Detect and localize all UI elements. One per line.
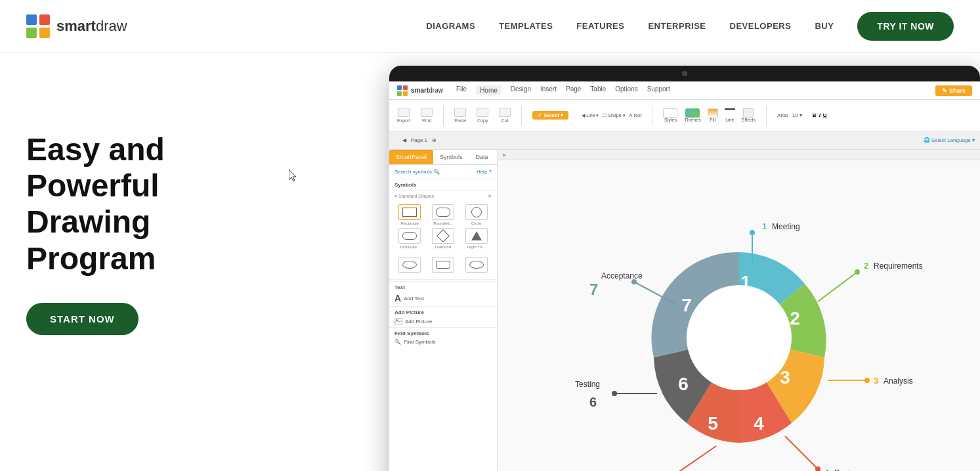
menu-support[interactable]: Support	[647, 85, 670, 95]
help-link[interactable]: Help ?	[477, 169, 492, 175]
search-symbols-link[interactable]: Search symbols 🔍	[394, 169, 440, 175]
svg-text:7: 7	[589, 280, 598, 298]
svg-text:7: 7	[681, 295, 692, 315]
svg-point-23	[855, 269, 860, 275]
panel-divider-1	[389, 279, 497, 280]
shape-grid-2	[394, 254, 492, 275]
panel-tab-data[interactable]: Data	[469, 150, 495, 164]
panel-tabs: SmartPanel Symbols Data ✕	[389, 150, 497, 165]
shape-extra-1[interactable]	[394, 257, 425, 273]
svg-line-34	[673, 446, 716, 471]
hero-title: Easy and Powerful Drawing Program	[26, 131, 276, 277]
panel-search: Search symbols 🔍 Help ?	[389, 165, 497, 179]
panel-tab-symbols[interactable]: Symbols	[433, 150, 469, 164]
start-now-button[interactable]: START NOW	[26, 303, 138, 335]
shape-extra-3[interactable]	[461, 257, 492, 273]
svg-text:4: 4	[824, 468, 830, 471]
puzzle-diagram: 1 2 3 4 5 6 7	[536, 154, 943, 471]
app-screenshot: smartdraw File Home Design Insert Page T…	[389, 66, 980, 471]
standard-shapes-label: ▾ Standard Shapes ✕	[394, 194, 492, 199]
nav-item-buy[interactable]: BUY	[815, 21, 834, 31]
svg-text:6: 6	[589, 395, 597, 409]
menu-table[interactable]: Table	[590, 85, 606, 95]
svg-text:6: 6	[678, 374, 689, 394]
svg-rect-3	[39, 28, 50, 38]
svg-rect-4	[397, 85, 402, 90]
app-menu-items: File Home Design Insert Page Table Optio…	[456, 85, 670, 95]
logo-text-smart: smart	[56, 18, 96, 34]
shape-grid: Rectangle Rounded...	[394, 202, 492, 252]
svg-point-10	[687, 285, 792, 390]
symbols-section-title: Symbols	[389, 179, 497, 191]
shape-rectangle[interactable]: Rectangle	[394, 204, 425, 225]
toolbar-paste: Paste	[454, 108, 466, 123]
svg-rect-2	[26, 28, 37, 38]
app-main: SmartPanel Symbols Data ✕ Search symbols…	[389, 150, 980, 471]
main-nav: DIAGRAMS TEMPLATES FEATURES ENTERPRISE D…	[426, 12, 954, 41]
svg-line-30	[785, 436, 818, 469]
nav-item-templates[interactable]: TEMPLATES	[499, 21, 553, 31]
find-symbols-row[interactable]: 🔍 Find Symbols	[394, 339, 492, 345]
nav-item-diagrams[interactable]: DIAGRAMS	[426, 21, 475, 31]
add-text-label: Add Text	[404, 296, 424, 302]
app-logo-small: smartdraw	[397, 85, 443, 96]
find-symbols-label: Find Symbols	[404, 339, 435, 345]
panel-text-section: Text A Add Text	[389, 281, 497, 306]
menu-options[interactable]: Options	[615, 85, 637, 95]
shape-rounded[interactable]: Rounded...	[428, 204, 459, 225]
app-toolbar: Export Print Paste Cop	[389, 100, 980, 131]
menu-home[interactable]: Home	[476, 85, 501, 95]
svg-text:5: 5	[708, 413, 718, 434]
nav-item-developers[interactable]: DEVELOPERS	[730, 21, 792, 31]
svg-rect-0	[26, 14, 37, 25]
add-picture-label: Add Picture	[405, 319, 432, 325]
picture-section-label: Add Picture	[394, 309, 492, 315]
panel-tab-smartpanel[interactable]: SmartPanel	[389, 150, 433, 164]
svg-rect-5	[403, 85, 408, 90]
toolbar-cut: Cut	[499, 108, 511, 123]
shape-extra-2[interactable]	[428, 257, 459, 273]
app-menubar: smartdraw File Home Design Insert Page T…	[389, 81, 980, 100]
try-it-now-button[interactable]: TRY IT NOW	[857, 12, 954, 41]
svg-text:2: 2	[790, 308, 800, 328]
hero-title-line1: Easy and Powerful	[26, 132, 165, 203]
hero-text-block: Easy and Powerful Drawing Program START …	[0, 53, 302, 361]
find-symbols-section-label: Find Symbols	[394, 330, 492, 336]
menu-design[interactable]: Design	[511, 85, 531, 95]
panel-find-section: Find Symbols 🔍 Find Symbols	[389, 327, 497, 348]
svg-rect-7	[403, 91, 408, 96]
svg-text:3: 3	[874, 376, 878, 386]
toolbar-export: Export	[397, 108, 410, 123]
toolbar-print: Print	[421, 108, 433, 123]
logo[interactable]: smartdraw	[26, 14, 127, 38]
app-tabs: ◀ Page 1 ⊕ 🌐 Select Language ▾	[389, 131, 980, 150]
svg-rect-6	[397, 91, 402, 96]
hero-section: Easy and Powerful Drawing Program START …	[0, 53, 980, 471]
shape-terminator[interactable]: Terminate...	[394, 228, 425, 249]
add-text-row[interactable]: A Add Text	[394, 293, 492, 303]
svg-text:4: 4	[754, 413, 764, 434]
nav-item-enterprise[interactable]: ENTERPRISE	[648, 21, 706, 31]
svg-text:1: 1	[740, 272, 751, 292]
menu-page[interactable]: Page	[566, 85, 581, 95]
shape-diamond[interactable]: Diamond	[428, 228, 459, 249]
shape-circle[interactable]: Circle	[461, 204, 492, 225]
app-left-panel: SmartPanel Symbols Data ✕ Search symbols…	[389, 150, 498, 471]
standard-shapes-section: ▾ Standard Shapes ✕ Rectangle	[389, 191, 497, 278]
hero-title-line2: Drawing Program	[26, 204, 156, 275]
toolbar-select-button[interactable]: ✓ Select ▾	[532, 111, 568, 120]
app-canvas[interactable]: ▶	[498, 150, 980, 471]
add-picture-row[interactable]: Add Picture	[394, 318, 492, 325]
svg-text:Requirements: Requirements	[874, 261, 923, 271]
svg-text:Design: Design	[834, 468, 859, 471]
standard-shapes-close[interactable]: ✕	[488, 194, 492, 199]
nav-item-features[interactable]: FEATURES	[576, 21, 624, 31]
svg-point-19	[750, 230, 755, 235]
menu-insert[interactable]: Insert	[540, 85, 557, 95]
svg-point-39	[612, 391, 617, 396]
share-button[interactable]: ✎ Share	[935, 85, 972, 96]
svg-text:Acceptance: Acceptance	[601, 271, 643, 280]
panel-picture-section: Add Picture Add Picture	[389, 306, 497, 327]
menu-file[interactable]: File	[456, 85, 467, 95]
shape-triangle[interactable]: Right Tri...	[461, 228, 492, 249]
